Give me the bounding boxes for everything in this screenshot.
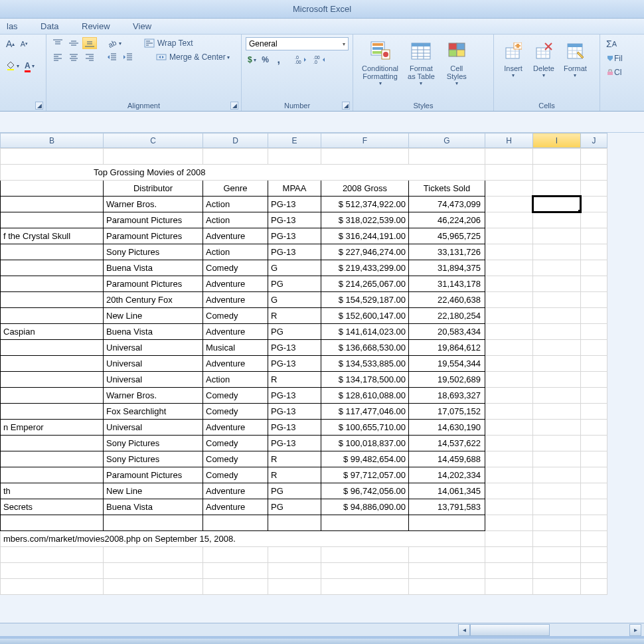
table-cell[interactable]: 14,202,334 <box>409 467 485 483</box>
cell[interactable] <box>485 212 533 228</box>
table-cell[interactable]: Action <box>203 197 268 212</box>
table-cell[interactable]: Paramount Pictures <box>104 212 203 228</box>
fill-color-button[interactable] <box>4 60 21 72</box>
cell[interactable] <box>485 228 533 244</box>
table-cell[interactable]: $ 99,482,654.00 <box>321 451 409 467</box>
cell[interactable] <box>581 531 607 547</box>
table-cell[interactable]: New Line <box>104 308 203 324</box>
table-cell[interactable]: n Emperor <box>1 420 104 436</box>
cell[interactable] <box>485 579 533 595</box>
table-cell[interactable]: $ 512,374,922.00 <box>321 197 409 212</box>
cell[interactable] <box>485 292 533 308</box>
cell[interactable] <box>581 324 607 340</box>
table-cell[interactable]: Adventure <box>203 276 268 292</box>
cell[interactable] <box>533 404 581 420</box>
orientation-button[interactable]: ab <box>105 37 123 49</box>
cell[interactable] <box>533 372 581 388</box>
table-cell[interactable]: G <box>268 260 321 276</box>
cell[interactable] <box>485 308 533 324</box>
align-bottom-button[interactable] <box>82 37 97 49</box>
font-color-button[interactable]: A <box>23 60 37 72</box>
table-cell[interactable]: PG <box>268 276 321 292</box>
table-header-d[interactable]: Genre <box>203 181 268 197</box>
cell[interactable] <box>533 244 581 260</box>
cell[interactable] <box>409 563 485 579</box>
scroll-right-button[interactable]: ▸ <box>629 624 641 636</box>
table-cell[interactable]: Adventure <box>203 356 268 372</box>
font-dialog-launcher[interactable]: ◢ <box>35 102 43 110</box>
cell[interactable] <box>485 165 533 181</box>
cell[interactable] <box>581 260 607 276</box>
cell[interactable] <box>581 149 607 165</box>
table-cell[interactable]: $ 219,433,299.00 <box>321 260 409 276</box>
increase-decimal-button[interactable]: .0.00 <box>293 54 310 66</box>
menu-view[interactable]: View <box>133 19 151 35</box>
table-cell[interactable]: $ 117,477,046.00 <box>321 404 409 420</box>
table-cell[interactable] <box>1 388 104 404</box>
cell[interactable] <box>581 308 607 324</box>
clear-button[interactable]: Cl <box>604 66 623 78</box>
horizontal-scrollbar[interactable]: ◂ ▸ <box>0 623 644 636</box>
table-cell[interactable]: 45,965,725 <box>409 228 485 244</box>
table-cell[interactable]: 74,473,099 <box>409 197 485 212</box>
table-cell[interactable] <box>1 451 104 467</box>
table-cell[interactable] <box>1 340 104 356</box>
col-header-J[interactable]: J <box>581 133 607 148</box>
table-cell[interactable]: $ 96,742,056.00 <box>321 483 409 499</box>
table-cell[interactable]: Comedy <box>203 260 268 276</box>
cell[interactable] <box>203 149 268 165</box>
table-cell[interactable]: Action <box>203 244 268 260</box>
cell[interactable] <box>485 499 533 515</box>
cell[interactable] <box>533 228 581 244</box>
table-cell[interactable] <box>1 372 104 388</box>
table-cell[interactable]: 31,894,375 <box>409 260 485 276</box>
cell[interactable] <box>581 372 607 388</box>
table-cell[interactable]: 22,180,254 <box>409 308 485 324</box>
table-cell[interactable]: PG-13 <box>268 228 321 244</box>
align-middle-button[interactable] <box>66 37 81 49</box>
table-cell[interactable]: Buena Vista <box>104 260 203 276</box>
cell-styles-button[interactable]: Cell Styles▾ <box>440 37 474 94</box>
table-cell[interactable]: Sony Pictures <box>104 451 203 467</box>
format-table-button[interactable]: Format as Table▾ <box>403 37 440 94</box>
table-cell[interactable]: Universal <box>104 356 203 372</box>
cell[interactable] <box>533 324 581 340</box>
table-cell[interactable]: PG-13 <box>268 420 321 436</box>
cell[interactable] <box>321 149 409 165</box>
table-cell[interactable]: Comedy <box>203 467 268 483</box>
table-cell[interactable]: $ 128,610,088.00 <box>321 388 409 404</box>
cell[interactable] <box>533 515 581 531</box>
align-right-button[interactable] <box>82 51 97 63</box>
cell[interactable] <box>104 579 203 595</box>
cell[interactable] <box>485 404 533 420</box>
table-cell[interactable]: Adventure <box>203 483 268 499</box>
table-cell[interactable]: 46,224,206 <box>409 212 485 228</box>
table-cell[interactable]: $ 136,668,530.00 <box>321 340 409 356</box>
scroll-thumb[interactable] <box>470 624 550 636</box>
table-cell[interactable]: Comedy <box>203 388 268 404</box>
table-cell[interactable]: PG-13 <box>268 197 321 212</box>
cell[interactable] <box>533 165 581 181</box>
table-cell[interactable]: 14,459,688 <box>409 451 485 467</box>
table-cell[interactable]: $ 141,614,023.00 <box>321 324 409 340</box>
table-cell[interactable]: Action <box>203 372 268 388</box>
table-cell[interactable] <box>1 436 104 451</box>
merge-center-button[interactable]: Merge & Center <box>151 51 234 63</box>
table-cell[interactable]: Universal <box>104 420 203 436</box>
cell[interactable] <box>581 515 607 531</box>
table-cell[interactable]: $ 100,655,710.00 <box>321 420 409 436</box>
cell[interactable] <box>485 260 533 276</box>
cell[interactable] <box>581 483 607 499</box>
cell[interactable] <box>533 308 581 324</box>
table-cell[interactable]: $ 94,886,090.00 <box>321 499 409 515</box>
cell[interactable] <box>581 181 607 197</box>
cell[interactable] <box>203 579 268 595</box>
table-cell[interactable] <box>1 467 104 483</box>
scroll-left-button[interactable]: ◂ <box>458 624 470 636</box>
align-left-button[interactable] <box>50 51 65 63</box>
cell[interactable] <box>203 547 268 563</box>
conditional-formatting-button[interactable]: Conditional Formatting▾ <box>357 37 403 94</box>
table-cell[interactable]: 20th Century Fox <box>104 292 203 308</box>
table-cell[interactable]: PG-13 <box>268 340 321 356</box>
table-cell[interactable]: Paramount Pictures <box>104 467 203 483</box>
